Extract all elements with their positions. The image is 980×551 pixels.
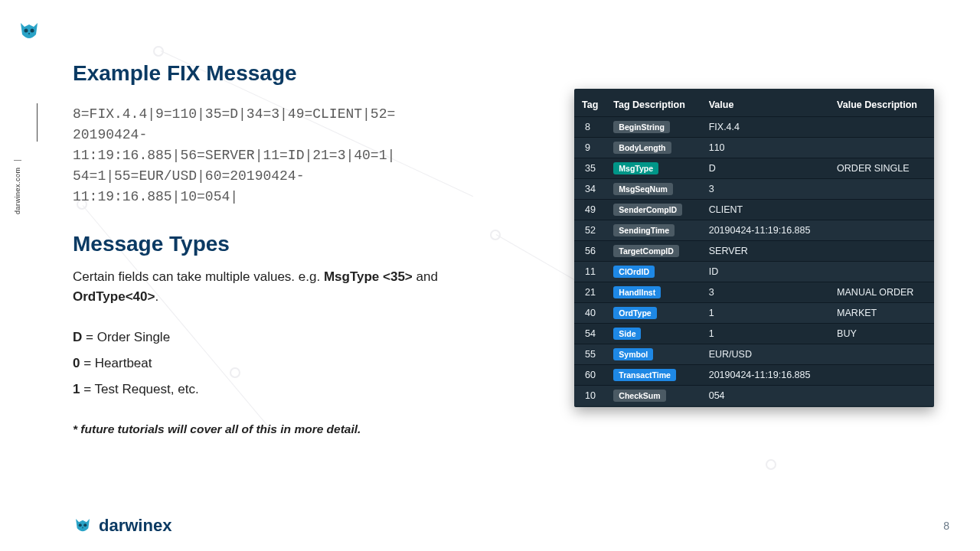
cell-tag: 34 <box>574 179 606 200</box>
table-row: 11ClOrdIDID <box>574 262 934 282</box>
tag-chip: TargetCompID <box>613 245 679 257</box>
table-row: 10CheckSum054 <box>574 386 934 406</box>
cell-value: SERVER <box>701 241 829 262</box>
cell-value: D <box>701 158 829 179</box>
cell-value: 1 <box>701 324 829 344</box>
cell-tag: 55 <box>574 344 606 365</box>
types-intro-mid: and <box>413 269 438 284</box>
fix-line: 54=1|55=EUR/USD|60=20190424- <box>73 166 471 187</box>
fix-message-code: 8=FIX.4.4|9=110|35=D|34=3|49=CLIENT|52= … <box>73 104 471 207</box>
type-val: = Test Request, etc. <box>80 382 198 396</box>
rail-site-label: darwinex.com <box>14 160 21 214</box>
table-row: 54Side1BUY <box>574 324 934 344</box>
cell-valuedesc: ORDER SINGLE <box>829 158 934 179</box>
brand: darwinex <box>73 516 172 536</box>
cell-value: FIX.4.4 <box>701 117 829 138</box>
table-row: 35MsgTypeDORDER SINGLE <box>574 158 934 179</box>
table-row: 55SymbolEUR/USD <box>574 344 934 365</box>
cell-tagdesc: Side <box>606 324 701 344</box>
tag-chip: CheckSum <box>613 390 665 402</box>
cell-valuedesc <box>829 220 934 241</box>
cell-value: 3 <box>701 179 829 200</box>
table-row: 21HandlInst3MANUAL ORDER <box>574 282 934 303</box>
cell-valuedesc <box>829 241 934 262</box>
cell-tagdesc: OrdType <box>606 303 701 324</box>
cell-value: 3 <box>701 282 829 303</box>
slide-footer: darwinex 8 <box>73 516 949 536</box>
fix-table-header-row: Tag Tag Description Value Value Descript… <box>574 93 934 117</box>
cell-value: EUR/USD <box>701 344 829 365</box>
left-rail: darwinex.com <box>8 0 54 551</box>
cell-tagdesc: TargetCompID <box>606 241 701 262</box>
cell-tagdesc: SendingTime <box>606 220 701 241</box>
footnote: * future tutorials will cover all of thi… <box>73 422 949 436</box>
table-row: 60TransactTime20190424-11:19:16.885 <box>574 365 934 386</box>
fix-table-panel: Tag Tag Description Value Value Descript… <box>574 89 934 407</box>
cell-value: 20190424-11:19:16.885 <box>701 365 829 386</box>
cell-tag: 60 <box>574 365 606 386</box>
cell-valuedesc <box>829 365 934 386</box>
types-intro-post: . <box>155 289 158 304</box>
cell-tag: 56 <box>574 241 606 262</box>
cell-tagdesc: HandlInst <box>606 282 701 303</box>
cell-tag: 21 <box>574 282 606 303</box>
cell-tag: 35 <box>574 158 606 179</box>
fix-line: 11:19:16.885|56=SERVER|11=ID|21=3|40=1| <box>73 145 471 166</box>
svg-point-0 <box>24 29 28 33</box>
svg-point-1 <box>31 29 34 33</box>
tag-chip: Side <box>613 328 641 340</box>
page-number: 8 <box>943 520 949 532</box>
types-intro: Certain fields can take multiple values.… <box>73 267 486 306</box>
cell-tagdesc: TransactTime <box>606 365 701 386</box>
cell-valuedesc <box>829 344 934 365</box>
table-row: 56TargetCompIDSERVER <box>574 241 934 262</box>
tag-chip: BeginString <box>613 121 670 133</box>
table-row: 8BeginStringFIX.4.4 <box>574 117 934 138</box>
table-row: 40OrdType1MARKET <box>574 303 934 324</box>
cell-value: 110 <box>701 138 829 158</box>
table-row: 9BodyLength110 <box>574 138 934 158</box>
cell-valuedesc <box>829 262 934 282</box>
type-key: D <box>73 330 82 344</box>
th-value: Value <box>701 93 829 117</box>
cell-valuedesc: MANUAL ORDER <box>829 282 934 303</box>
cell-tagdesc: CheckSum <box>606 386 701 406</box>
cell-tag: 9 <box>574 138 606 158</box>
cell-valuedesc <box>829 179 934 200</box>
tag-chip: Symbol <box>613 348 653 360</box>
fix-line: 8=FIX.4.4|9=110|35=D|34=3|49=CLIENT|52= <box>73 104 471 125</box>
tag-chip: SendingTime <box>613 224 675 236</box>
slide-content: Example FIX Message 8=FIX.4.4|9=110|35=D… <box>73 61 949 520</box>
types-intro-bold2: OrdType<40> <box>73 289 155 304</box>
rail-divider <box>37 103 38 142</box>
cell-tagdesc: MsgSeqNum <box>606 179 701 200</box>
cell-valuedesc <box>829 386 934 406</box>
cell-valuedesc: BUY <box>829 324 934 344</box>
cell-value: ID <box>701 262 829 282</box>
cell-tag: 40 <box>574 303 606 324</box>
heading-example-fix: Example FIX Message <box>73 61 949 86</box>
cell-tagdesc: ClOrdID <box>606 262 701 282</box>
cell-value: CLIENT <box>701 200 829 220</box>
svg-point-2 <box>79 523 82 527</box>
tag-chip: OrdType <box>613 307 656 319</box>
types-intro-pre: Certain fields can take multiple values.… <box>73 269 324 284</box>
cell-tag: 10 <box>574 386 606 406</box>
fix-line: 11:19:16.885|10=054| <box>73 187 471 207</box>
th-tagdesc: Tag Description <box>606 93 701 117</box>
svg-point-3 <box>83 523 87 527</box>
cell-tag: 8 <box>574 117 606 138</box>
tag-chip: ClOrdID <box>613 266 655 278</box>
table-row: 52SendingTime20190424-11:19:16.885 <box>574 220 934 241</box>
cell-tag: 11 <box>574 262 606 282</box>
tag-chip: TransactTime <box>613 369 676 381</box>
tag-chip: MsgSeqNum <box>613 183 673 195</box>
cell-tagdesc: BeginString <box>606 117 701 138</box>
cell-tagdesc: BodyLength <box>606 138 701 158</box>
cell-value: 054 <box>701 386 829 406</box>
cell-valuedesc: MARKET <box>829 303 934 324</box>
table-row: 34MsgSeqNum3 <box>574 179 934 200</box>
type-val: = Heartbeat <box>80 356 152 370</box>
cell-tagdesc: Symbol <box>606 344 701 365</box>
cell-valuedesc <box>829 117 934 138</box>
